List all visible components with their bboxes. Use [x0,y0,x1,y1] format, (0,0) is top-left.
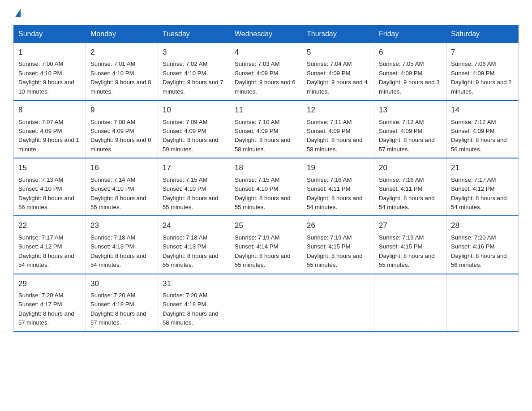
table-row: 1Sunrise: 7:00 AMSunset: 4:10 PMDaylight… [14,43,86,101]
table-row: 2Sunrise: 7:01 AMSunset: 4:10 PMDaylight… [86,43,158,101]
cell-content: Sunrise: 7:20 AMSunset: 4:17 PMDaylight:… [18,291,81,328]
cell-content: Sunrise: 7:20 AMSunset: 4:16 PMDaylight:… [451,233,514,270]
cell-content: Sunrise: 7:18 AMSunset: 4:13 PMDaylight:… [90,233,153,270]
cell-content: Sunrise: 7:12 AMSunset: 4:09 PMDaylight:… [379,118,442,154]
table-row: 19Sunrise: 7:16 AMSunset: 4:11 PMDayligh… [302,158,374,216]
table-row: 16Sunrise: 7:14 AMSunset: 4:10 PMDayligh… [86,158,158,216]
day-number: 2 [90,47,153,58]
table-row: 7Sunrise: 7:06 AMSunset: 4:09 PMDaylight… [446,43,519,101]
logo-text [13,9,21,18]
day-number: 24 [163,220,225,231]
table-row: 18Sunrise: 7:15 AMSunset: 4:10 PMDayligh… [230,158,302,216]
cell-content: Sunrise: 7:16 AMSunset: 4:11 PMDaylight:… [379,176,442,212]
day-number: 9 [90,104,153,116]
cell-content: Sunrise: 7:02 AMSunset: 4:10 PMDaylight:… [163,60,225,96]
header-monday: Monday [86,26,158,43]
day-number: 12 [307,104,369,116]
table-row: 21Sunrise: 7:17 AMSunset: 4:12 PMDayligh… [446,158,519,216]
cell-content: Sunrise: 7:00 AMSunset: 4:10 PMDaylight:… [18,60,81,96]
day-number: 14 [451,104,514,116]
day-number: 19 [307,162,369,174]
week-row-2: 8Sunrise: 7:07 AMSunset: 4:09 PMDaylight… [14,100,519,158]
cell-content: Sunrise: 7:04 AMSunset: 4:09 PMDaylight:… [307,60,369,96]
table-row: 23Sunrise: 7:18 AMSunset: 4:13 PMDayligh… [86,216,158,274]
cell-content: Sunrise: 7:11 AMSunset: 4:09 PMDaylight:… [307,118,369,154]
table-row: 31Sunrise: 7:20 AMSunset: 4:18 PMDayligh… [158,274,230,332]
table-row [374,274,446,332]
table-row: 5Sunrise: 7:04 AMSunset: 4:09 PMDaylight… [302,43,374,101]
table-row: 6Sunrise: 7:05 AMSunset: 4:09 PMDaylight… [374,43,446,101]
cell-content: Sunrise: 7:07 AMSunset: 4:09 PMDaylight:… [18,118,81,154]
cell-content: Sunrise: 7:17 AMSunset: 4:12 PMDaylight:… [451,176,514,212]
cell-content: Sunrise: 7:06 AMSunset: 4:09 PMDaylight:… [451,60,514,96]
cell-content: Sunrise: 7:19 AMSunset: 4:15 PMDaylight:… [307,233,369,270]
table-row: 30Sunrise: 7:20 AMSunset: 4:18 PMDayligh… [86,274,158,332]
table-row: 8Sunrise: 7:07 AMSunset: 4:09 PMDaylight… [14,100,86,158]
day-number: 31 [163,278,225,290]
day-number: 17 [163,162,225,174]
day-number: 10 [163,104,225,116]
table-row [446,274,519,332]
day-number: 27 [379,220,442,231]
week-row-4: 22Sunrise: 7:17 AMSunset: 4:12 PMDayligh… [14,216,519,274]
week-row-3: 15Sunrise: 7:13 AMSunset: 4:10 PMDayligh… [14,158,519,216]
cell-content: Sunrise: 7:09 AMSunset: 4:09 PMDaylight:… [163,118,225,154]
day-number: 18 [235,162,297,174]
day-number: 25 [235,220,297,231]
table-row: 22Sunrise: 7:17 AMSunset: 4:12 PMDayligh… [14,216,86,274]
header-tuesday: Tuesday [158,26,230,43]
header-wednesday: Wednesday [230,26,302,43]
table-row: 11Sunrise: 7:10 AMSunset: 4:09 PMDayligh… [230,100,302,158]
day-number: 3 [163,47,225,58]
calendar-body: 1Sunrise: 7:00 AMSunset: 4:10 PMDaylight… [14,43,519,332]
day-number: 1 [18,47,81,58]
cell-content: Sunrise: 7:08 AMSunset: 4:09 PMDaylight:… [90,118,153,154]
table-row [302,274,374,332]
week-row-5: 29Sunrise: 7:20 AMSunset: 4:17 PMDayligh… [14,274,519,332]
day-number: 26 [307,220,369,231]
table-row: 4Sunrise: 7:03 AMSunset: 4:09 PMDaylight… [230,43,302,101]
table-row: 17Sunrise: 7:15 AMSunset: 4:10 PMDayligh… [158,158,230,216]
table-row: 26Sunrise: 7:19 AMSunset: 4:15 PMDayligh… [302,216,374,274]
table-row: 27Sunrise: 7:19 AMSunset: 4:15 PMDayligh… [374,216,446,274]
day-number: 11 [235,104,297,116]
cell-content: Sunrise: 7:20 AMSunset: 4:18 PMDaylight:… [90,291,153,328]
cell-content: Sunrise: 7:20 AMSunset: 4:18 PMDaylight:… [163,291,225,328]
table-row: 12Sunrise: 7:11 AMSunset: 4:09 PMDayligh… [302,100,374,158]
day-number: 15 [18,162,81,174]
table-row: 3Sunrise: 7:02 AMSunset: 4:10 PMDaylight… [158,43,230,101]
day-number: 6 [379,47,442,58]
table-row: 29Sunrise: 7:20 AMSunset: 4:17 PMDayligh… [14,274,86,332]
day-number: 13 [379,104,442,116]
table-row: 25Sunrise: 7:19 AMSunset: 4:14 PMDayligh… [230,216,302,274]
header-row: SundayMondayTuesdayWednesdayThursdayFrid… [14,26,519,43]
table-row [230,274,302,332]
calendar-header: SundayMondayTuesdayWednesdayThursdayFrid… [14,26,519,43]
cell-content: Sunrise: 7:15 AMSunset: 4:10 PMDaylight:… [235,176,297,212]
day-number: 21 [451,162,514,174]
day-number: 29 [18,278,81,290]
day-number: 4 [235,47,297,58]
cell-content: Sunrise: 7:12 AMSunset: 4:09 PMDaylight:… [451,118,514,154]
table-row: 10Sunrise: 7:09 AMSunset: 4:09 PMDayligh… [158,100,230,158]
table-row: 15Sunrise: 7:13 AMSunset: 4:10 PMDayligh… [14,158,86,216]
cell-content: Sunrise: 7:15 AMSunset: 4:10 PMDaylight:… [163,176,225,212]
day-number: 23 [90,220,153,231]
cell-content: Sunrise: 7:05 AMSunset: 4:09 PMDaylight:… [379,60,442,96]
cell-content: Sunrise: 7:10 AMSunset: 4:09 PMDaylight:… [235,118,297,154]
day-number: 8 [18,104,81,116]
header-thursday: Thursday [302,26,374,43]
day-number: 7 [451,47,514,58]
header-saturday: Saturday [446,26,519,43]
calendar-table: SundayMondayTuesdayWednesdayThursdayFrid… [13,25,519,332]
table-row: 28Sunrise: 7:20 AMSunset: 4:16 PMDayligh… [446,216,519,274]
day-number: 22 [18,220,81,231]
day-number: 16 [90,162,153,174]
table-row: 24Sunrise: 7:18 AMSunset: 4:13 PMDayligh… [158,216,230,274]
header-sunday: Sunday [14,26,86,43]
cell-content: Sunrise: 7:16 AMSunset: 4:11 PMDaylight:… [307,176,369,212]
cell-content: Sunrise: 7:18 AMSunset: 4:13 PMDaylight:… [163,233,225,270]
day-number: 20 [379,162,442,174]
logo-triangle-icon [15,9,21,17]
cell-content: Sunrise: 7:17 AMSunset: 4:12 PMDaylight:… [18,233,81,270]
